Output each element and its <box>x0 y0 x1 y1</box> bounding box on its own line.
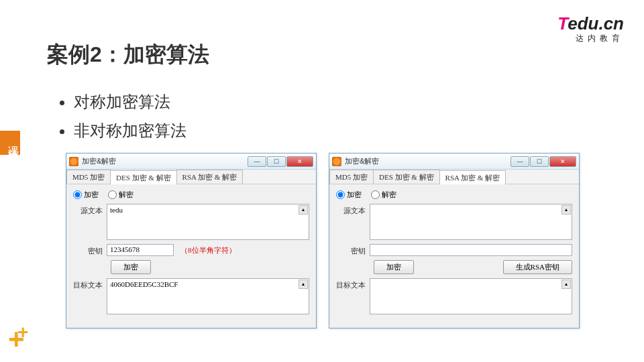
tab-des[interactable]: DES 加密 & 解密 <box>373 170 440 184</box>
app-icon <box>332 157 341 166</box>
target-textarea[interactable]: 4060D6EED5C32BCF ▴ <box>107 278 309 314</box>
close-button[interactable]: ✕ <box>286 156 313 167</box>
key-hint: （8位半角字符） <box>180 245 236 255</box>
window-title: 加密&解密 <box>345 156 511 166</box>
crypto-window-rsa: 加密&解密 — ☐ ✕ MD5 加密 DES 加密 & 解密 RSA 加密 & … <box>329 153 580 328</box>
target-label: 目标文本 <box>73 278 107 290</box>
target-textarea[interactable]: ▴ <box>370 278 572 314</box>
radio-decrypt[interactable]: 解密 <box>371 190 396 200</box>
titlebar[interactable]: 加密&解密 — ☐ ✕ <box>329 154 579 170</box>
minimize-button[interactable]: — <box>511 156 529 167</box>
key-input[interactable]: 12345678 <box>107 244 174 256</box>
source-label: 源文本 <box>73 204 107 216</box>
sidebar-tag: 课堂练习 <box>0 131 20 155</box>
app-icon <box>69 157 78 166</box>
brand-logo: Tedu.cn 达内教育 <box>557 13 624 44</box>
encrypt-button[interactable]: 加密 <box>374 260 414 274</box>
bullet-item: 对称加密算法 <box>74 87 186 116</box>
tab-rsa[interactable]: RSA 加密 & 解密 <box>176 170 244 184</box>
key-label: 密钥 <box>336 244 370 256</box>
target-label: 目标文本 <box>336 278 370 290</box>
window-title: 加密&解密 <box>82 156 248 166</box>
close-button[interactable]: ✕ <box>549 156 576 167</box>
titlebar[interactable]: 加密&解密 — ☐ ✕ <box>66 154 316 170</box>
bullet-item: 非对称加密算法 <box>74 116 186 145</box>
bullet-list: 对称加密算法 非对称加密算法 <box>60 87 186 145</box>
radio-encrypt[interactable]: 加密 <box>73 190 99 200</box>
tab-rsa[interactable]: RSA 加密 & 解密 <box>439 170 506 184</box>
logo-t: T <box>557 13 568 34</box>
radio-encrypt[interactable]: 加密 <box>336 190 362 200</box>
radio-decrypt[interactable]: 解密 <box>108 190 133 200</box>
tab-des[interactable]: DES 加密 & 解密 <box>110 170 177 184</box>
source-textarea[interactable]: tedu ▴ <box>107 204 309 240</box>
scroll-up-icon[interactable]: ▴ <box>561 280 571 289</box>
tab-md5[interactable]: MD5 加密 <box>66 170 111 184</box>
encrypt-button[interactable]: 加密 <box>111 260 151 274</box>
logo-subtitle: 达内教育 <box>557 33 624 44</box>
source-label: 源文本 <box>336 204 370 216</box>
generate-rsa-key-button[interactable]: 生成RSA密钥 <box>503 260 572 274</box>
key-input[interactable] <box>370 244 572 256</box>
tab-md5[interactable]: MD5 加密 <box>329 170 374 184</box>
maximize-button[interactable]: ☐ <box>267 156 286 167</box>
tab-bar: MD5 加密 DES 加密 & 解密 RSA 加密 & 解密 <box>329 170 579 184</box>
crypto-window-des: 加密&解密 — ☐ ✕ MD5 加密 DES 加密 & 解密 RSA 加密 & … <box>66 153 317 328</box>
scroll-up-icon[interactable]: ▴ <box>299 280 308 289</box>
scroll-up-icon[interactable]: ▴ <box>561 205 571 215</box>
logo-rest: edu.cn <box>568 13 624 34</box>
key-label: 密钥 <box>73 244 107 256</box>
maximize-button[interactable]: ☐ <box>530 156 549 167</box>
scroll-up-icon[interactable]: ▴ <box>299 205 308 215</box>
page-title: 案例2：加密算法 <box>47 40 209 70</box>
plus-icon: + <box>8 323 25 355</box>
minimize-button[interactable]: — <box>248 156 266 167</box>
source-textarea[interactable]: ▴ <box>370 204 572 240</box>
tab-bar: MD5 加密 DES 加密 & 解密 RSA 加密 & 解密 <box>66 170 316 184</box>
